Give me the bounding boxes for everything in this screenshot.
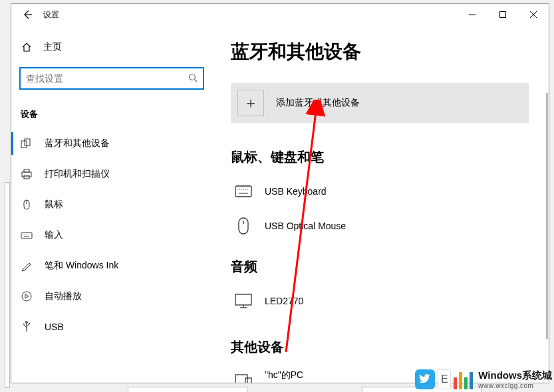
add-device-button[interactable]: ＋ 添加蓝牙或其他设备	[231, 83, 529, 123]
watermark-bird-icon	[415, 369, 435, 389]
svg-rect-7	[25, 139, 30, 146]
svg-rect-23	[29, 323, 30, 324]
svg-rect-32	[239, 218, 248, 234]
keyboard-icon	[234, 185, 253, 197]
autoplay-icon	[21, 290, 33, 302]
close-button[interactable]	[518, 4, 549, 25]
device-label: USB Optical Mouse	[265, 221, 346, 231]
section-other: 其他设备	[231, 338, 537, 356]
usb-icon	[21, 321, 33, 333]
svg-point-4	[190, 74, 196, 80]
sidebar: 主页 设备 蓝牙和其他设备	[11, 25, 212, 383]
add-device-label: 添加蓝牙或其他设备	[276, 97, 360, 109]
device-status: 未连接	[265, 383, 303, 383]
maximize-icon	[499, 11, 506, 18]
sidebar-item-usb[interactable]: USB	[11, 312, 212, 342]
titlebar: 设置	[11, 4, 549, 25]
watermark-e-icon: E	[438, 369, 451, 389]
svg-point-22	[23, 324, 25, 325]
sidebar-item-label: USB	[45, 322, 64, 332]
sidebar-nav: 蓝牙和其他设备 打印机和扫描仪 鼠标	[11, 128, 212, 342]
printer-icon	[21, 168, 33, 180]
plus-icon: ＋	[237, 90, 264, 116]
sidebar-item-label: 鼠标	[45, 199, 63, 211]
close-icon	[530, 11, 537, 18]
search-icon	[188, 73, 198, 84]
svg-rect-38	[245, 378, 251, 383]
mouse-icon	[21, 199, 33, 211]
sidebar-home[interactable]: 主页	[11, 35, 212, 59]
svg-point-19	[22, 292, 31, 301]
keyboard-icon	[21, 229, 33, 241]
svg-rect-24	[235, 186, 251, 197]
sidebar-item-label: 蓝牙和其他设备	[45, 138, 110, 149]
back-arrow-icon	[22, 9, 33, 20]
pc-icon	[234, 374, 253, 383]
section-audio: 音频	[231, 258, 537, 276]
pen-icon	[21, 260, 33, 272]
background-window-edge	[5, 182, 10, 388]
sidebar-item-bluetooth-devices[interactable]: 蓝牙和其他设备	[11, 128, 212, 159]
settings-window: 设置 主页	[11, 3, 549, 383]
sidebar-item-label: 自动播放	[45, 290, 82, 302]
svg-rect-34	[235, 294, 251, 305]
window-title: 设置	[43, 9, 59, 21]
main-panel: 蓝牙和其他设备 ＋ 添加蓝牙或其他设备 鼠标、键盘和笔 USB Keyboard…	[212, 25, 549, 383]
device-info: "hc"的PC 未连接	[265, 369, 303, 383]
watermark-text: Windows系统城 www.wxclgg.com	[478, 369, 552, 389]
page-title: 蓝牙和其他设备	[231, 39, 537, 64]
watermark-brand: Windows系统城	[478, 369, 552, 382]
device-row[interactable]: USB Optical Mouse	[231, 209, 537, 243]
section-mouse-kb-pen: 鼠标、键盘和笔	[231, 148, 537, 166]
monitor-icon	[234, 294, 253, 308]
sidebar-item-label: 输入	[45, 229, 63, 241]
maximize-button[interactable]	[487, 4, 518, 25]
svg-rect-8	[22, 172, 31, 177]
sidebar-item-mouse[interactable]: 鼠标	[11, 189, 212, 220]
watermark-bars-icon	[454, 369, 473, 389]
sidebar-home-label: 主页	[43, 41, 62, 53]
svg-rect-9	[24, 169, 29, 172]
watermark: E Windows系统城 www.wxclgg.com	[415, 369, 552, 389]
device-label: "hc"的PC	[265, 369, 303, 381]
watermark-url: www.wxclgg.com	[478, 382, 552, 389]
svg-line-5	[195, 79, 198, 82]
svg-rect-1	[500, 12, 506, 18]
device-row[interactable]: LED2770	[231, 284, 537, 318]
device-row[interactable]: USB Keyboard	[231, 174, 537, 209]
sidebar-item-printers[interactable]: 打印机和扫描仪	[11, 159, 212, 189]
sidebar-item-label: 笔和 Windows Ink	[45, 260, 118, 272]
back-button[interactable]	[11, 4, 43, 25]
minimize-button[interactable]	[457, 4, 487, 25]
bluetooth-devices-icon	[21, 138, 33, 149]
sidebar-item-label: 打印机和扫描仪	[45, 168, 110, 180]
svg-rect-13	[21, 233, 32, 239]
device-label: LED2770	[265, 296, 303, 306]
search-input[interactable]	[26, 73, 188, 84]
device-label: USB Keyboard	[265, 186, 327, 197]
search-box[interactable]	[19, 67, 204, 90]
window-controls	[457, 4, 549, 25]
window-body: 主页 设备 蓝牙和其他设备	[11, 25, 549, 383]
sidebar-section-label: 设备	[21, 108, 212, 120]
home-icon	[21, 42, 33, 52]
svg-rect-6	[21, 141, 27, 147]
scrollbar[interactable]	[546, 93, 548, 339]
minimize-icon	[469, 11, 476, 18]
mouse-icon	[234, 217, 253, 235]
sidebar-item-autoplay[interactable]: 自动播放	[11, 281, 212, 312]
sidebar-item-pen[interactable]: 笔和 Windows Ink	[11, 250, 212, 281]
sidebar-item-typing[interactable]: 输入	[11, 220, 212, 250]
